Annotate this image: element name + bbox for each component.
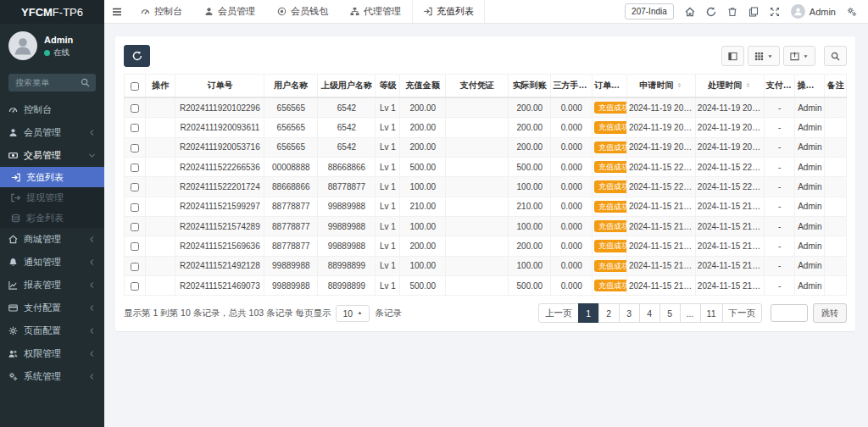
fullscreen-icon[interactable] — [770, 7, 780, 17]
settings-gears-icon[interactable] — [847, 7, 857, 17]
table-row: R20241119200936116565656542Lv 1200.00200… — [125, 118, 847, 137]
row-checkbox[interactable] — [131, 144, 139, 152]
refresh-icon[interactable] — [706, 7, 716, 17]
select-all-checkbox[interactable] — [131, 82, 139, 91]
level-cell: Lv 1 — [376, 97, 400, 118]
tach-icon — [141, 7, 150, 16]
sort-icon — [676, 81, 682, 89]
tab-1[interactable]: 控制台 — [130, 0, 193, 23]
row-checkbox[interactable] — [131, 263, 139, 271]
column-header-remark: 备注 — [825, 75, 847, 98]
row-checkbox[interactable] — [131, 242, 139, 251]
page-item-11[interactable]: 11 — [700, 303, 723, 323]
fee-cell: 0.000 — [551, 276, 593, 296]
tab-5[interactable]: 充值列表 — [412, 0, 485, 23]
sidebar-item-7[interactable]: 商城管理 — [0, 228, 104, 251]
column-header-process_time[interactable]: 处理时间 — [695, 75, 764, 98]
username-cell: 99889988 — [264, 276, 318, 296]
user-avatar-icon — [8, 31, 37, 60]
status-cell: 充值成功 — [593, 256, 627, 275]
op-cell — [145, 177, 175, 197]
sidebar-item-3[interactable]: 交易管理 — [0, 144, 104, 167]
page-item-...[interactable]: ... — [680, 303, 701, 323]
apply_time-cell: 2024-11-19 20:05:51 — [626, 137, 695, 157]
user-status: 在线 — [44, 47, 73, 58]
actual-cell: 200.00 — [509, 97, 551, 118]
sidebar-item-5[interactable]: 提现管理 — [0, 187, 104, 208]
sidebar-item-4[interactable]: 充值列表 — [0, 167, 104, 187]
search-icon — [81, 78, 90, 87]
page-jump-button[interactable]: 跳转 — [813, 303, 847, 323]
voucher-cell — [446, 97, 509, 118]
money-icon — [8, 151, 18, 160]
amount-cell: 500.00 — [400, 276, 446, 296]
refresh-button[interactable] — [124, 45, 150, 67]
trash-icon[interactable] — [727, 7, 737, 17]
columns-button[interactable] — [748, 46, 780, 66]
home-icon[interactable] — [685, 7, 695, 17]
tab-3[interactable]: 会员钱包 — [266, 0, 339, 23]
page-item-5[interactable]: 5 — [659, 303, 681, 323]
app-logo[interactable]: YFCMF-TP6 — [0, 0, 104, 24]
page-item-3[interactable]: 3 — [619, 303, 640, 323]
row-checkbox[interactable] — [131, 164, 139, 172]
page-item-1[interactable]: 1 — [578, 303, 599, 323]
page-item-上一页[interactable]: 上一页 — [538, 303, 579, 323]
signout-icon — [11, 193, 20, 202]
bell-icon — [8, 258, 18, 267]
actual-cell: 200.00 — [509, 137, 551, 157]
sidebar-item-8[interactable]: 通知管理 — [0, 251, 104, 274]
table-row: R20241115215992978877887799889988Lv 1210… — [125, 197, 847, 216]
actual-cell: 100.00 — [509, 177, 551, 197]
sidebar-item-6[interactable]: 彩金列表 — [0, 208, 104, 228]
username-cell: 88778877 — [264, 217, 318, 236]
amount-cell: 200.00 — [400, 118, 446, 137]
page-size-select[interactable]: 10 — [336, 305, 370, 322]
sidebar-item-12[interactable]: 权限管理 — [0, 342, 104, 365]
status-badge: 充值成功 — [594, 161, 626, 173]
status-badge: 充值成功 — [594, 201, 626, 213]
sidebar-item-9[interactable]: 报表管理 — [0, 274, 104, 297]
row-checkbox[interactable] — [131, 124, 139, 132]
status-badge: 充值成功 — [594, 180, 626, 192]
copy-icon[interactable] — [748, 7, 759, 17]
column-header-voucher: 支付凭证 — [446, 75, 509, 98]
sidebar-item-10[interactable]: 支付配置 — [0, 297, 104, 319]
tab-2[interactable]: 会员管理 — [193, 0, 266, 23]
sidebar-item-1[interactable]: 控制台 — [0, 98, 104, 121]
process_time-cell: 2024-11-15 21:56:19 — [695, 236, 764, 256]
amount-cell: 210.00 — [400, 197, 446, 216]
toggle-view-button[interactable] — [721, 46, 744, 66]
sidebar-item-13[interactable]: 系统管理 — [0, 365, 104, 388]
sidebar-toggle-button[interactable] — [104, 0, 130, 23]
hamburger-icon — [112, 7, 122, 17]
process_time-cell: 2024-11-15 21:47:30 — [695, 276, 764, 296]
page-jump-input[interactable] — [771, 304, 808, 322]
username-cell: 656565 — [264, 97, 318, 118]
user-menu[interactable]: Admin — [791, 4, 836, 19]
region-button[interactable]: 207-India — [625, 3, 674, 19]
sidebar-item-label: 系统管理 — [24, 370, 61, 383]
amount-cell: 200.00 — [400, 137, 446, 157]
page-item-4[interactable]: 4 — [639, 303, 660, 323]
remark-cell — [825, 197, 847, 216]
column-header-checkbox[interactable] — [125, 75, 146, 98]
status-cell: 充值成功 — [593, 236, 627, 256]
page-item-下一页[interactable]: 下一页 — [722, 303, 763, 323]
table-search-button[interactable] — [824, 46, 847, 66]
pagination: 上一页12345...11下一页 跳转 — [538, 303, 847, 323]
row-checkbox[interactable] — [131, 282, 139, 291]
row-checkbox[interactable] — [131, 104, 139, 113]
sidebar: YFCMF-TP6 Admin 在线 控制台会员管理交易管理充值列表提现管理彩金… — [0, 0, 104, 427]
sidebar-item-11[interactable]: 页面配置 — [0, 319, 104, 342]
export-button[interactable] — [783, 46, 815, 66]
row-checkbox[interactable] — [131, 183, 139, 191]
row-checkbox[interactable] — [131, 203, 139, 212]
column-header-apply_time[interactable]: 申请时间 — [626, 75, 695, 98]
amount-cell: 500.00 — [400, 158, 446, 177]
sidebar-item-2[interactable]: 会员管理 — [0, 121, 104, 144]
page-item-2[interactable]: 2 — [598, 303, 620, 323]
username-cell: 99889988 — [264, 256, 318, 275]
row-checkbox[interactable] — [131, 223, 139, 231]
tab-4[interactable]: 代理管理 — [339, 0, 412, 23]
